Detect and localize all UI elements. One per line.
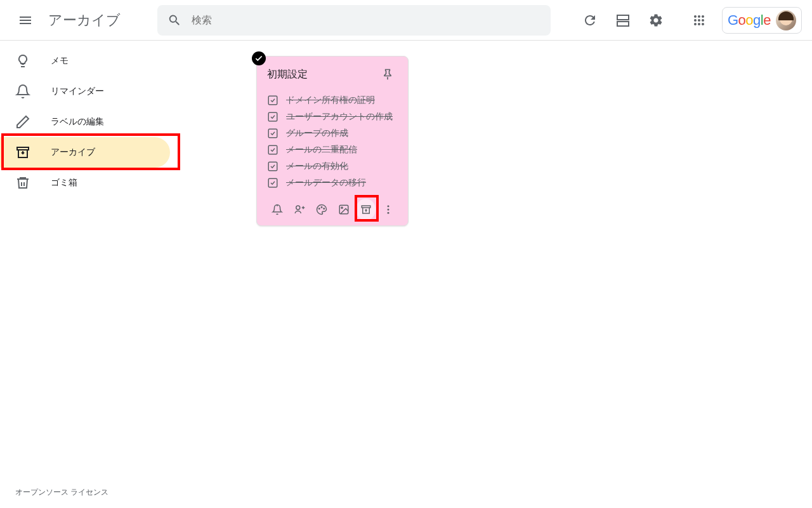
checkbox-checked-icon [267, 144, 278, 156]
note-card[interactable]: 初期設定 ドメイン所有権の証明 ユーザーアカウントの作成 グループの作成 メール… [256, 56, 409, 226]
refresh-button[interactable] [575, 5, 605, 36]
image-button[interactable] [334, 199, 353, 220]
sidebar: メモ リマインダー ラベルの編集 アーカイブ ゴミ箱 オープンソース ライセンス [0, 41, 178, 508]
search-input[interactable] [192, 15, 540, 26]
search-bar[interactable] [157, 5, 551, 36]
svg-rect-3 [268, 96, 277, 105]
pencil-icon [15, 114, 30, 130]
pin-icon [381, 68, 394, 81]
unarchive-button[interactable] [356, 199, 376, 220]
color-button[interactable] [311, 199, 331, 220]
search-icon [167, 13, 181, 28]
list-view-button[interactable] [608, 5, 638, 36]
note-toolbar [267, 199, 398, 220]
checkbox-checked-icon [267, 95, 278, 106]
checkbox-checked-icon [267, 111, 278, 123]
gear-icon [648, 13, 664, 28]
menu-button[interactable] [10, 5, 41, 36]
bell-icon [15, 84, 30, 99]
header-actions: Google [575, 5, 802, 36]
apps-grid-icon [691, 13, 707, 28]
svg-point-14 [341, 207, 342, 208]
pin-button[interactable] [377, 64, 398, 84]
archive-icon [15, 145, 30, 160]
svg-point-16 [387, 205, 389, 207]
lightbulb-icon [15, 53, 30, 69]
svg-point-17 [387, 209, 389, 211]
note-title: 初期設定 [267, 68, 308, 81]
svg-rect-8 [268, 178, 277, 187]
avatar[interactable] [776, 10, 796, 30]
hamburger-icon [18, 13, 33, 28]
sidebar-item-reminders[interactable]: リマインダー [0, 76, 170, 107]
checklist-item[interactable]: ユーザーアカウントの作成 [267, 109, 398, 125]
svg-point-18 [387, 212, 389, 214]
trash-icon [15, 175, 30, 190]
svg-point-10 [318, 208, 320, 210]
svg-point-12 [324, 208, 325, 210]
checklist-item[interactable]: メールの二重配信 [267, 142, 398, 158]
svg-point-9 [296, 206, 299, 210]
apps-button[interactable] [684, 5, 714, 36]
palette-icon [316, 204, 327, 215]
google-logo: Google [728, 12, 771, 29]
sidebar-item-archive[interactable]: アーカイブ [0, 137, 170, 168]
sidebar-item-label: アーカイブ [51, 147, 95, 158]
svg-rect-1 [617, 22, 629, 26]
checklist-item[interactable]: ドメイン所有権の証明 [267, 92, 398, 109]
more-button[interactable] [378, 199, 398, 220]
svg-rect-0 [617, 15, 629, 20]
refresh-icon [582, 13, 598, 28]
checklist: ドメイン所有権の証明 ユーザーアカウントの作成 グループの作成 メールの二重配信… [267, 92, 398, 191]
sidebar-item-label: ラベルの編集 [51, 116, 104, 128]
select-note-button[interactable] [252, 51, 266, 65]
svg-point-11 [321, 207, 322, 208]
svg-rect-5 [268, 129, 277, 138]
sidebar-item-edit-labels[interactable]: ラベルの編集 [0, 107, 170, 137]
checklist-item[interactable]: メールの有効化 [267, 158, 398, 175]
check-icon [254, 54, 263, 63]
person-add-icon [294, 204, 305, 215]
sidebar-footer-link[interactable]: オープンソース ライセンス [0, 477, 178, 508]
checkbox-checked-icon [267, 161, 278, 172]
unarchive-icon [360, 204, 372, 215]
bell-plus-icon [272, 204, 283, 215]
sidebar-item-notes[interactable]: メモ [0, 46, 170, 76]
svg-rect-2 [17, 147, 29, 150]
sidebar-item-label: ゴミ箱 [51, 177, 77, 189]
sidebar-item-label: リマインダー [51, 86, 104, 97]
page-title: アーカイブ [48, 11, 121, 30]
checklist-item[interactable]: メールデータの移行 [267, 175, 398, 191]
main-content: 初期設定 ドメイン所有権の証明 ユーザーアカウントの作成 グループの作成 メール… [178, 41, 812, 508]
sidebar-item-trash[interactable]: ゴミ箱 [0, 168, 170, 198]
sidebar-item-label: メモ [51, 55, 69, 67]
checkbox-checked-icon [267, 177, 278, 189]
svg-rect-15 [362, 206, 370, 208]
svg-rect-6 [268, 145, 277, 154]
image-icon [338, 204, 350, 215]
svg-rect-4 [268, 112, 277, 121]
collaborator-button[interactable] [289, 199, 309, 220]
remind-button[interactable] [267, 199, 287, 220]
app-header: アーカイブ Google [0, 0, 812, 41]
account-widget[interactable]: Google [722, 7, 802, 34]
checklist-item[interactable]: グループの作成 [267, 125, 398, 142]
checkbox-checked-icon [267, 128, 278, 139]
svg-rect-7 [268, 162, 277, 171]
list-view-icon [615, 13, 631, 28]
settings-button[interactable] [641, 5, 671, 36]
more-vert-icon [383, 204, 394, 215]
